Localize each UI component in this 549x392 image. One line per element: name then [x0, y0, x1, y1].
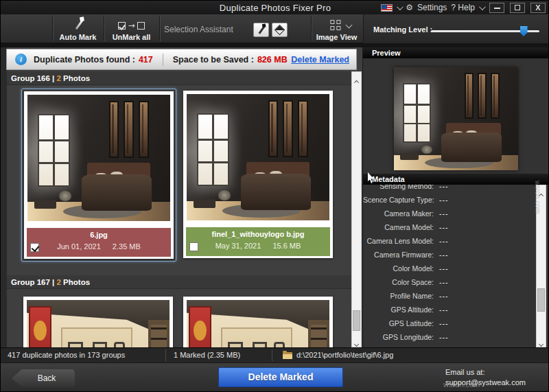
- titlebar: Duplicate Photos Fixer Pro ⚙ Settings ? …: [1, 1, 549, 14]
- minimize-button[interactable]: [489, 3, 504, 13]
- auto-mark-label: Auto Mark: [52, 33, 104, 41]
- metadata-list: Sensing Method:--- Scence Capture Type:-…: [363, 179, 535, 347]
- metadata-row: Profile Name:---: [363, 289, 535, 303]
- slider-thumb[interactable]: [520, 26, 528, 36]
- photo-checkbox-unchecked[interactable]: [189, 242, 198, 251]
- metadata-row: Camera Model:---: [363, 220, 535, 234]
- delete-marked-button[interactable]: Delete Marked: [218, 367, 343, 387]
- photo-card-wrap[interactable]: [21, 295, 176, 347]
- found-value: 417: [139, 55, 153, 65]
- scroll-down-arrow[interactable]: [537, 336, 546, 346]
- email-label: Email us at:: [445, 367, 526, 378]
- minimize-icon: [494, 8, 500, 9]
- selection-wand-button[interactable]: [253, 23, 269, 37]
- scroll-down-arrow[interactable]: [352, 336, 361, 346]
- photo-date: Jun 01, 2021: [57, 242, 101, 251]
- scrollbar-thumb[interactable]: [353, 310, 360, 331]
- metadata-row: GPS Latitude:---: [363, 316, 535, 330]
- matching-level-group: Matching Level :: [363, 14, 549, 43]
- photo-date: May 31, 2021: [215, 242, 261, 250]
- back-button[interactable]: Back: [12, 369, 75, 387]
- selection-assistant-group: Selection Assistant: [160, 14, 311, 43]
- scroll-up-arrow[interactable]: [352, 73, 361, 82]
- metadata-row: GPS Altitude:---: [363, 303, 535, 316]
- photo-card[interactable]: [23, 297, 173, 347]
- photo-card-wrap[interactable]: finel_1_withouylogo b.jpg May 31, 2021 1…: [181, 89, 336, 262]
- language-flag-icon[interactable]: [381, 4, 393, 12]
- metadata-header: Metadata: [363, 174, 549, 185]
- empty-box-icon: [137, 22, 145, 30]
- settings-menu[interactable]: Settings: [417, 3, 447, 12]
- summary-infobar: i Duplicate Photos found : 417 Space to …: [6, 49, 357, 70]
- metadata-row: GPS Longitude:---: [363, 330, 535, 344]
- photo-checkbox-checked[interactable]: [30, 243, 39, 252]
- checked-box-icon: [118, 22, 126, 30]
- group-header-167: Group 167 | 2 Photos: [7, 275, 351, 289]
- status-divider: [272, 349, 272, 361]
- selection-eraser-button[interactable]: [272, 23, 288, 37]
- status-summary: 417 duplicate photos in 173 groups: [8, 351, 125, 359]
- delete-marked-link[interactable]: Delete Marked: [291, 55, 349, 65]
- maximize-icon: [515, 5, 520, 10]
- photo-info-bar-unmarked: finel_1_withouylogo b.jpg May 31, 2021 1…: [186, 227, 330, 256]
- photo-thumbnail[interactable]: [187, 94, 329, 220]
- photo-size: 2.35 MB: [113, 242, 141, 251]
- folder-icon: [283, 352, 292, 359]
- duplicates-list-panel: i Duplicate Photos found : 417 Space to …: [1, 47, 362, 347]
- app-window: Duplicate Photos Fixer Pro ⚙ Settings ? …: [0, 0, 549, 392]
- status-file-path: d:\2021\portfolio\test\gif\6.jpg: [296, 351, 393, 359]
- bedroom-photo: [187, 94, 329, 220]
- photo-filename: finel_1_withouylogo b.jpg: [186, 227, 330, 238]
- matching-level-slider[interactable]: [431, 30, 539, 32]
- close-button[interactable]: X: [530, 3, 546, 13]
- language-chevron-icon[interactable]: [397, 3, 404, 10]
- photo-card-selected[interactable]: 6.jpg Jun 01, 2021 2.35 MB: [21, 89, 176, 262]
- photo-thumbnail[interactable]: [27, 95, 170, 221]
- grid-view-icon: [330, 20, 341, 31]
- status-divider: [165, 349, 166, 361]
- status-marked: 1 Marked (2.35 MB): [174, 351, 240, 359]
- group-photos-word: Photos: [63, 74, 90, 82]
- image-view-chevron-icon: [345, 22, 352, 29]
- matching-level-label: Matching Level :: [373, 25, 432, 34]
- group-photos-word: Photos: [63, 278, 90, 286]
- bedroom-photo-large: [394, 67, 518, 170]
- photo-card[interactable]: finel_1_withouylogo b.jpg May 31, 2021 1…: [183, 91, 333, 258]
- group-title: Group 166 |: [11, 74, 54, 82]
- watermark-side: wsron.com: [534, 181, 541, 214]
- preview-panel: Preview Metadata Sensing Method:--- Scen…: [362, 47, 549, 347]
- auto-mark-button[interactable]: Auto Mark: [52, 14, 104, 43]
- help-chevron-icon[interactable]: [479, 3, 486, 10]
- photo-size: 15.6 MB: [272, 242, 301, 250]
- image-view-label: Image View: [311, 33, 362, 41]
- info-icon: i: [15, 54, 27, 65]
- space-value: 826 MB: [257, 55, 288, 65]
- preview-header: Preview: [363, 47, 549, 58]
- arrow-right-icon: →: [128, 21, 135, 30]
- unmark-all-button[interactable]: → UnMark all: [104, 14, 159, 43]
- beige-room-photo: [187, 300, 329, 347]
- magic-wand-icon: [75, 20, 83, 30]
- photo-card-wrap[interactable]: [181, 295, 336, 347]
- metadata-row: Color Space:---: [363, 275, 535, 289]
- preview-image: [394, 67, 518, 170]
- photo-thumbnail[interactable]: [27, 300, 170, 347]
- scrollbar-thumb[interactable]: [537, 288, 545, 312]
- found-label: Duplicate Photos found :: [34, 55, 135, 65]
- photo-card[interactable]: [183, 297, 333, 347]
- photo-thumbnail[interactable]: [187, 300, 329, 347]
- photo-info-bar-marked: 6.jpg Jun 01, 2021 2.35 MB: [27, 228, 171, 257]
- settings-gear-icon[interactable]: ⚙: [406, 3, 413, 12]
- maximize-button[interactable]: [510, 3, 525, 13]
- left-edge-strip: [1, 47, 7, 347]
- list-scrollbar[interactable]: [351, 71, 362, 347]
- bedroom-photo: [27, 95, 170, 221]
- image-view-button[interactable]: Image View: [311, 14, 362, 43]
- photo-card[interactable]: 6.jpg Jun 01, 2021 2.35 MB: [24, 91, 174, 259]
- group-count: 2: [57, 74, 61, 82]
- photo-filename: 6.jpg: [27, 228, 171, 239]
- help-menu[interactable]: ? Help: [451, 3, 475, 12]
- beige-room-photo: [27, 300, 170, 347]
- unmark-all-icon: →: [104, 21, 159, 30]
- statusbar: 417 duplicate photos in 173 groups 1 Mar…: [1, 347, 549, 362]
